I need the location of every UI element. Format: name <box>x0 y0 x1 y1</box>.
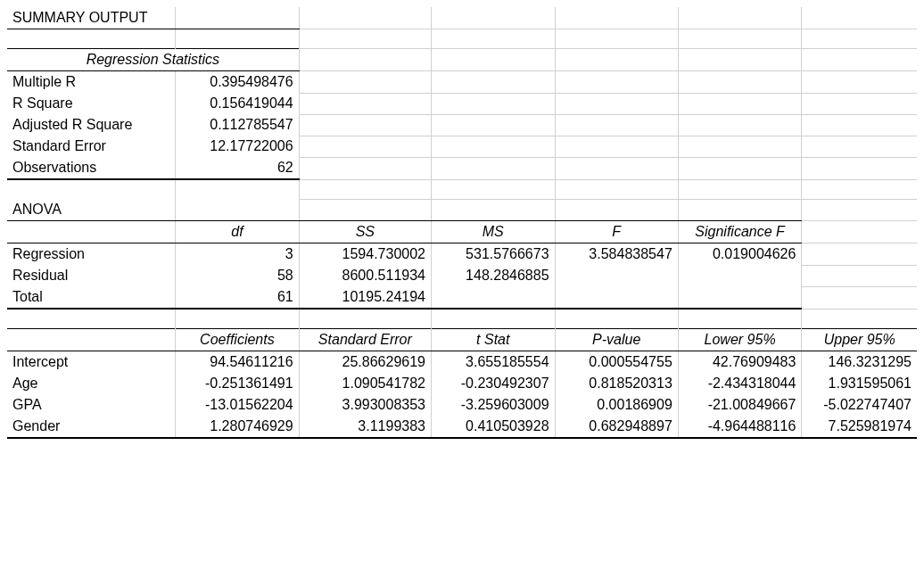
col-coef: Coefficients <box>176 328 300 351</box>
cell-t: 0.410503928 <box>432 416 556 438</box>
cell-df: 3 <box>176 243 300 266</box>
cell-ms: 531.5766673 <box>432 243 556 266</box>
anova-heading-row: ANOVA <box>7 199 917 221</box>
cell-hi: 7.525981974 <box>802 416 917 438</box>
label: Gender <box>7 416 176 438</box>
coeff-row-gender: Gender 1.280746929 3.1199383 0.410503928… <box>7 416 917 438</box>
anova-heading: ANOVA <box>7 199 176 221</box>
value: 62 <box>176 157 300 179</box>
anova-row-regression: Regression 3 1594.730002 531.5766673 3.5… <box>7 243 917 266</box>
col-sig-f: Significance F <box>678 221 802 243</box>
cell-lo: -21.00849667 <box>678 394 802 416</box>
cell-hi: 146.3231295 <box>802 351 917 373</box>
cell-ss: 10195.24194 <box>299 286 431 309</box>
value: 0.112785547 <box>176 114 300 136</box>
label: Intercept <box>7 351 176 373</box>
summary-output-title: SUMMARY OUTPUT <box>7 7 176 29</box>
label: Regression <box>7 243 176 266</box>
label: Residual <box>7 265 176 286</box>
cell-se: 3.993008353 <box>299 394 431 416</box>
cell-sig-f <box>678 286 802 309</box>
cell-coef: -0.251361491 <box>176 373 300 394</box>
col-hi: Upper 95% <box>802 328 917 351</box>
cell-se: 3.1199383 <box>299 416 431 438</box>
col-df: df <box>176 221 300 243</box>
reg-stats-row-adj-r-square: Adjusted R Square 0.112785547 <box>7 114 917 136</box>
coeff-row-gpa: GPA -13.01562204 3.993008353 -3.25960300… <box>7 394 917 416</box>
cell-ss: 1594.730002 <box>299 243 431 266</box>
label: Standard Error <box>7 136 176 157</box>
label: Total <box>7 286 176 309</box>
cell-se: 25.86629619 <box>299 351 431 373</box>
cell-f <box>555 265 678 286</box>
reg-stats-row-std-error: Standard Error 12.17722006 <box>7 136 917 157</box>
blank-row <box>7 179 917 199</box>
col-p: P-value <box>555 328 678 351</box>
coeff-row-intercept: Intercept 94.54611216 25.86629619 3.6551… <box>7 351 917 373</box>
cell-ms: 148.2846885 <box>432 265 556 286</box>
cell-p: 0.818520313 <box>555 373 678 394</box>
cell-t: 3.655185554 <box>432 351 556 373</box>
cell-se: 1.090541782 <box>299 373 431 394</box>
cell-p: 0.000554755 <box>555 351 678 373</box>
reg-stats-heading: Regression Statistics <box>7 49 299 71</box>
coeff-columns-row: Coefficients Standard Error t Stat P-val… <box>7 328 917 351</box>
value: 0.156419044 <box>176 93 300 114</box>
label: Age <box>7 373 176 394</box>
cell-df: 61 <box>176 286 300 309</box>
reg-stats-row-observations: Observations 62 <box>7 157 917 179</box>
col-t: t Stat <box>432 328 556 351</box>
value: 0.395498476 <box>176 71 300 94</box>
anova-row-total: Total 61 10195.24194 <box>7 286 917 309</box>
value: 12.17722006 <box>176 136 300 157</box>
coeff-row-age: Age -0.251361491 1.090541782 -0.23049230… <box>7 373 917 394</box>
col-ms: MS <box>432 221 556 243</box>
cell-coef: -13.01562204 <box>176 394 300 416</box>
cell-hi: 1.931595061 <box>802 373 917 394</box>
anova-row-residual: Residual 58 8600.511934 148.2846885 <box>7 265 917 286</box>
title-row: SUMMARY OUTPUT <box>7 7 917 29</box>
label: R Square <box>7 93 176 114</box>
cell-ms <box>432 286 556 309</box>
cell-coef: 1.280746929 <box>176 416 300 438</box>
cell-coef: 94.54611216 <box>176 351 300 373</box>
cell-sig-f <box>678 265 802 286</box>
label: Multiple R <box>7 71 176 94</box>
cell-df: 58 <box>176 265 300 286</box>
reg-stats-row-multiple-r: Multiple R 0.395498476 <box>7 71 917 94</box>
cell-lo: -4.964488116 <box>678 416 802 438</box>
cell-ss: 8600.511934 <box>299 265 431 286</box>
cell-p: 0.00186909 <box>555 394 678 416</box>
cell-sig-f: 0.019004626 <box>678 243 802 266</box>
cell-lo: 42.76909483 <box>678 351 802 373</box>
anova-columns-row: df SS MS F Significance F <box>7 221 917 243</box>
blank-row <box>7 309 917 328</box>
cell-p: 0.682948897 <box>555 416 678 438</box>
col-f: F <box>555 221 678 243</box>
label: Observations <box>7 157 176 179</box>
label: GPA <box>7 394 176 416</box>
cell-hi: -5.022747407 <box>802 394 917 416</box>
blank-row <box>7 29 917 49</box>
cell-lo: -2.434318044 <box>678 373 802 394</box>
col-ss: SS <box>299 221 431 243</box>
cell-t: -0.230492307 <box>432 373 556 394</box>
reg-stats-header-row: Regression Statistics <box>7 49 917 71</box>
cell-t: -3.259603009 <box>432 394 556 416</box>
cell-f: 3.584838547 <box>555 243 678 266</box>
label: Adjusted R Square <box>7 114 176 136</box>
reg-stats-row-r-square: R Square 0.156419044 <box>7 93 917 114</box>
regression-output-table: SUMMARY OUTPUT Regression Statistics Mul… <box>7 7 917 439</box>
col-lo: Lower 95% <box>678 328 802 351</box>
col-se: Standard Error <box>299 328 431 351</box>
cell-f <box>555 286 678 309</box>
